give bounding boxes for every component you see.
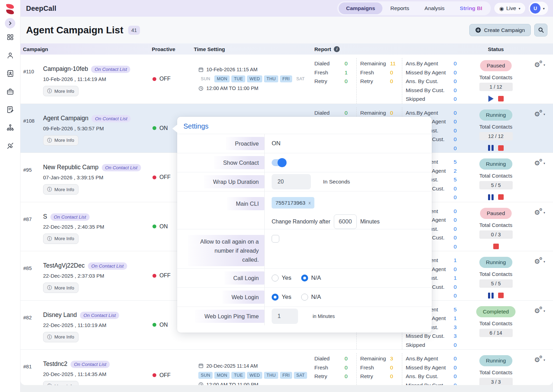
row-settings-menu[interactable]: ⚙⚙▾ <box>526 55 553 68</box>
day-chip: MON <box>214 372 230 379</box>
org-chart-icon[interactable] <box>6 124 14 132</box>
search-button[interactable] <box>534 24 547 36</box>
stop-button[interactable] <box>498 145 504 151</box>
total-contacts-label: Total Contacts <box>479 74 512 80</box>
ping-input[interactable] <box>272 309 298 324</box>
row-settings-menu[interactable]: ⚙⚙▾ <box>526 251 553 265</box>
row-settings-menu[interactable]: ⚙⚙▾ <box>526 202 553 216</box>
row-settings-menu[interactable]: ⚙⚙▾ <box>526 104 553 117</box>
day-chip: TUE <box>231 372 245 379</box>
pause-button[interactable] <box>488 145 494 151</box>
radio-option-yes[interactable]: Yes <box>272 275 291 281</box>
proactive-dot <box>152 274 156 278</box>
user-icon[interactable] <box>6 51 14 59</box>
report-line: Retry0 <box>314 372 354 381</box>
row-settings-menu[interactable]: ⚙⚙▾ <box>526 301 553 314</box>
tab-analysis[interactable]: Analysis <box>417 2 452 14</box>
proactive-value: ON <box>272 140 281 147</box>
settings-row-ping: Web Login Ping Time in Minutes <box>177 307 432 325</box>
more-info-button[interactable]: ⓘMore Info <box>43 234 79 244</box>
status-cell: Running Total Contacts 5 / 5 <box>465 251 526 299</box>
stop-button[interactable] <box>498 293 504 298</box>
day-chip: SAT <box>294 75 307 82</box>
more-info-button[interactable]: ⓘMore Info <box>43 184 79 195</box>
more-info-button[interactable]: ⓘMore Info <box>43 86 79 96</box>
total-contacts-label: Total Contacts <box>479 271 512 277</box>
call-login-label: Call Login <box>224 271 264 285</box>
show-contact-label: Show Contact <box>214 156 264 169</box>
contact-book-icon[interactable] <box>6 70 14 77</box>
tab-string-bi[interactable]: String BI <box>453 2 490 14</box>
day-chip: SUN <box>198 372 213 379</box>
status-cell: Paused Total Contacts 1 / 12 <box>465 55 526 102</box>
tab-campaigns[interactable]: Campaigns <box>339 2 382 14</box>
report-line: Ans. By Cust.0 <box>406 372 463 381</box>
gear-small-icon: ⚙ <box>539 60 543 68</box>
stop-button[interactable] <box>498 194 504 200</box>
table-header: Campaign Proactive Time Setting Report i… <box>20 43 553 55</box>
report-line: Fresh0 <box>360 363 399 372</box>
report-line: Fresh0 <box>360 68 399 77</box>
live-dropdown[interactable]: ◉ Live ▾ <box>494 3 525 14</box>
radio-icon <box>272 294 279 301</box>
stop-button[interactable] <box>493 244 499 249</box>
chip-remove-icon[interactable]: x <box>308 201 311 205</box>
proactive-state: ON <box>159 223 168 230</box>
dashboard-grid-icon[interactable] <box>6 33 14 41</box>
day-chip: TUE <box>231 75 245 82</box>
more-info-button[interactable]: ⓘMore Info <box>43 135 79 146</box>
report-info-icon[interactable]: i <box>334 46 340 52</box>
tab-reports[interactable]: Reports <box>383 2 416 14</box>
more-info-button[interactable]: ⓘMore Info <box>43 381 79 385</box>
show-contact-toggle[interactable] <box>272 159 286 166</box>
more-info-button[interactable]: ⓘMore Info <box>43 283 79 293</box>
page-header: Agent Campaign List 41 Create Campaign <box>20 17 553 43</box>
report-line: Skipped0 <box>406 95 463 104</box>
report-line: Retry0 <box>360 372 399 381</box>
settings-row-call-login: Call Login YesN/A <box>177 268 432 287</box>
row-settings-menu[interactable]: ⚙⚙▾ <box>526 153 553 166</box>
status-badge: Running <box>479 158 513 170</box>
radio-option-yes[interactable]: Yes <box>272 294 291 301</box>
total-contacts-count: 5 / 5 <box>479 181 513 189</box>
campaign-id: #95 <box>20 153 43 173</box>
status-badge: Paused <box>480 60 512 71</box>
more-info-button[interactable]: ⓘMore Info <box>43 332 79 342</box>
pause-button[interactable] <box>488 194 494 200</box>
clock-icon <box>198 382 204 385</box>
proactive-dot <box>152 323 156 327</box>
campaign-id: #110 <box>20 55 43 74</box>
play-button[interactable] <box>488 96 494 102</box>
change-randomly-input[interactable] <box>334 214 357 229</box>
row-settings-menu[interactable]: ⚙⚙▾ <box>526 350 553 363</box>
chevron-down-icon: ▾ <box>544 211 545 216</box>
campaign-name: TestAgVj22Dec <box>43 262 85 269</box>
total-contacts-count: 5 / 5 <box>479 279 513 288</box>
chevron-down-icon: ▾ <box>544 113 545 117</box>
user-menu[interactable]: U ▾ <box>529 2 548 15</box>
radio-option-na[interactable]: N/A <box>301 275 321 281</box>
allow-again-checkbox[interactable] <box>272 235 279 243</box>
integration-plug-icon[interactable] <box>6 142 14 150</box>
report-line: Missed By Cust.0 <box>406 86 463 95</box>
report-dialed-group: Dialed0Fresh0Retry0 <box>311 353 356 385</box>
radio-option-na[interactable]: N/A <box>301 294 321 301</box>
total-contacts-count: 6 / 14 <box>479 329 513 337</box>
pause-button[interactable] <box>488 293 494 299</box>
proactive-dot <box>152 77 156 81</box>
contact-list-badge: On Contact List <box>71 361 110 368</box>
report-line: Fresh0 <box>314 363 354 372</box>
total-contacts-label: Total Contacts <box>479 124 512 130</box>
note-edit-icon[interactable] <box>6 106 14 114</box>
create-campaign-button[interactable]: Create Campaign <box>469 24 531 36</box>
proactive-state: OFF <box>159 272 171 279</box>
report-line: Retry0 <box>314 77 354 86</box>
change-randomly-unit: Minutes <box>360 219 380 225</box>
campaign-created-date: 10-Feb-2026 , 11:14:19 AM <box>43 76 152 82</box>
info-icon: ⓘ <box>47 236 52 242</box>
wrap-up-input[interactable] <box>272 174 311 189</box>
stop-button[interactable] <box>498 96 504 101</box>
sidebar-expand-button[interactable] <box>5 18 15 28</box>
briefcase-icon[interactable] <box>6 88 14 96</box>
report-remaining-group: Remaining11Fresh0Retry0 <box>356 58 402 104</box>
